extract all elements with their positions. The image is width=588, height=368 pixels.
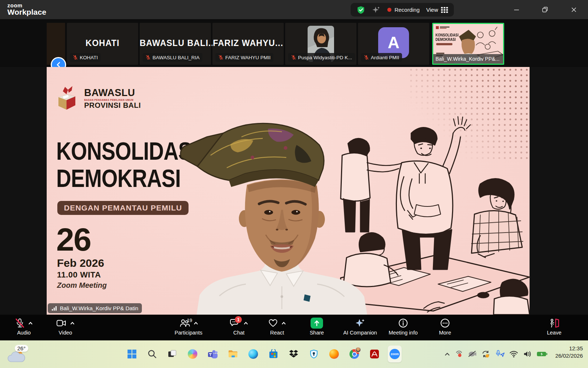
ballot-box-icon — [55, 86, 79, 110]
close-button[interactable] — [559, 0, 588, 19]
participants-count: 19 — [187, 318, 192, 323]
clock-time: 12:35 — [555, 345, 583, 352]
poster-date-day: 26 — [56, 221, 91, 258]
participant-tile-ardianti[interactable]: A Ardianti PMII — [358, 23, 429, 65]
participant-display-name: KOHATI — [67, 38, 138, 48]
tray-mic-location-icon[interactable] — [495, 350, 505, 358]
participant-display-name: BAWASLU BALI... — [140, 38, 211, 48]
meeting-info-label: Meeting info — [382, 330, 424, 336]
more-control[interactable]: More — [431, 317, 459, 336]
store-button[interactable] — [266, 346, 280, 362]
recording-indicator[interactable]: Recording — [387, 7, 419, 13]
share-control[interactable]: Share — [302, 317, 331, 336]
edge-button[interactable] — [246, 346, 260, 362]
temperature-bubble: 26° — [15, 345, 28, 352]
participant-name-badge: Ardianti PMII — [361, 53, 402, 62]
zoom-app-icon: zoom — [390, 349, 400, 359]
bawaslu-logo: BAWASLU BADAN PENGAWAS PEMILIHAN UMUM PR… — [55, 86, 141, 110]
audio-options-caret[interactable] — [28, 322, 33, 325]
system-tray — [444, 346, 548, 362]
edge-icon — [248, 349, 258, 359]
zoom-app-button[interactable]: zoom — [388, 346, 402, 362]
react-control[interactable]: React — [262, 317, 293, 336]
tray-wifi-icon[interactable] — [509, 351, 518, 358]
tray-sync-icon[interactable] — [481, 350, 490, 358]
zoom-workplace-logo: zoom Workplace — [7, 2, 46, 17]
ai-companion-control[interactable]: AI Companion — [337, 317, 384, 336]
start-button[interactable] — [125, 346, 139, 362]
main-stage: BAWASLU BADAN PENGAWAS PEMILIHAN UMUM PR… — [0, 67, 588, 315]
chrome-profile-avatar — [355, 347, 361, 353]
ai-companion-label: AI Companion — [337, 330, 384, 336]
chat-unread-badge: 1 — [235, 316, 242, 323]
tray-volume-icon[interactable] — [523, 350, 532, 358]
org-region: PROVINSI BALI — [84, 101, 141, 110]
task-view-button[interactable] — [165, 346, 179, 362]
participant-badge-text: KOHATI — [80, 55, 98, 60]
info-icon — [398, 318, 408, 328]
dropbox-icon — [289, 350, 298, 358]
tray-battery-icon — [537, 351, 548, 357]
participants-label: Participants — [168, 330, 209, 336]
react-label: React — [262, 330, 293, 336]
participants-options-caret[interactable] — [194, 322, 198, 325]
mic-muted-icon — [146, 55, 151, 60]
teams-button[interactable] — [206, 346, 220, 362]
search-button[interactable] — [145, 346, 159, 362]
firefox-icon — [329, 349, 339, 359]
restore-button[interactable] — [531, 0, 559, 19]
video-control[interactable]: Video — [49, 317, 82, 336]
participant-name-badge: Puspa Widyastiti-PD K... — [288, 53, 355, 62]
recording-label: Recording — [394, 7, 419, 13]
tray-camera-off-icon[interactable] — [468, 350, 477, 358]
acrobat-button[interactable] — [368, 346, 381, 362]
org-tagline: BADAN PENGAWAS PEMILIHAN UMUM — [84, 99, 141, 101]
chat-label: Chat — [223, 330, 254, 336]
weather-widget[interactable]: 26° — [6, 345, 32, 364]
participant-badge-text: BAWASLU BALI_RIA — [153, 55, 200, 60]
participant-tile-kohati[interactable]: KOHATI KOHATI — [67, 23, 138, 65]
ai-companion-sparkle-icon — [355, 318, 365, 328]
participant-name-badge: BAWASLU BALI_RIA — [143, 53, 202, 62]
tray-expand-chevron[interactable] — [444, 352, 450, 356]
view-label: View — [426, 7, 438, 13]
speaker-name-label: Bali_W.Wirka_Kordiv PP& Datin — [48, 303, 142, 313]
firefox-button[interactable] — [327, 346, 341, 362]
minimize-button[interactable] — [502, 0, 531, 19]
leave-door-icon — [549, 318, 560, 328]
participant-display-name: FARIZ WAHYU... — [212, 38, 284, 48]
react-options-caret[interactable] — [282, 322, 286, 325]
active-speaker-thumbnail[interactable]: KONSOLIDASIDEMOKRASI Bali_W.Wirka_Kordiv… — [432, 23, 504, 65]
recording-dot-icon — [387, 8, 391, 12]
taskbar-clock[interactable]: 12:35 26/02/2026 — [555, 345, 583, 360]
chat-control[interactable]: 1 Chat — [223, 317, 254, 336]
participant-badge-text: Ardianti PMII — [371, 55, 399, 60]
participants-control[interactable]: 19 Participants — [168, 317, 209, 336]
thumbnail-title: KONSOLIDASIDEMOKRASI — [435, 33, 459, 42]
participant-tile-fariz[interactable]: FARIZ WAHYU... FARIZ WAHYU PMII — [212, 23, 284, 65]
poster-date-monthyear: Feb 2026 — [57, 257, 104, 269]
leave-control[interactable]: Leave — [539, 317, 569, 336]
view-button[interactable]: View — [426, 7, 448, 13]
dropbox-button[interactable] — [287, 346, 301, 362]
poster-subtitle-pill: DENGAN PEMANTAU PEMILU — [57, 201, 189, 215]
brand-workplace: Workplace — [7, 8, 46, 17]
participant-tile-bawaslu[interactable]: BAWASLU BALI... BAWASLU BALI_RIA — [140, 23, 211, 65]
bawaslu-logo-text: BAWASLU BADAN PENGAWAS PEMILIHAN UMUM PR… — [84, 87, 141, 110]
active-speaker-video[interactable]: BAWASLU BADAN PENGAWAS PEMILIHAN UMUM PR… — [47, 67, 530, 315]
mic-muted-icon — [364, 55, 369, 60]
clock-date: 26/02/2026 — [555, 352, 583, 360]
audio-control[interactable]: Audio — [8, 317, 40, 336]
copilot-button[interactable] — [186, 346, 200, 362]
chat-options-caret[interactable] — [244, 322, 248, 325]
meeting-info-control[interactable]: Meeting info — [382, 317, 424, 336]
window-controls — [502, 0, 588, 19]
chrome-button[interactable] — [347, 346, 361, 362]
mic-muted-icon — [73, 55, 78, 60]
tray-recording-icon[interactable] — [455, 350, 463, 358]
file-explorer-button[interactable] — [226, 346, 240, 362]
privacy-shield-button[interactable] — [307, 346, 321, 362]
video-options-caret[interactable] — [70, 322, 75, 325]
active-speaker-label: Bali_W.Wirka_Kordiv PP&... — [433, 54, 503, 64]
participant-tile-puspa[interactable]: Puspa Widyastiti-PD K... — [285, 23, 356, 65]
